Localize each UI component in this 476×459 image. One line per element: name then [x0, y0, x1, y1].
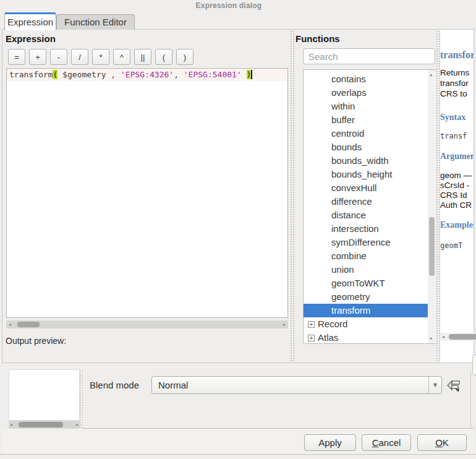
code-token: 'EPSG:54001'	[184, 70, 242, 79]
function-item-bounds[interactable]: bounds	[304, 140, 435, 154]
help-syntax-heading: Syntax	[440, 113, 465, 122]
blend-mode-value: Normal	[158, 380, 188, 390]
editor-hscrollbar-thumb[interactable]	[17, 322, 40, 327]
splitter-expression-functions[interactable]	[290, 30, 295, 362]
function-item-bounds_width[interactable]: bounds_width	[304, 154, 435, 168]
operator-button[interactable]: =	[8, 49, 25, 65]
help-syntax-code: transf	[440, 132, 467, 140]
scroll-left-icon[interactable]: ◂	[9, 320, 11, 328]
help-examples-heading: Examples	[440, 220, 474, 230]
code-token: 'EPSG:4326'	[121, 70, 174, 79]
ok-button[interactable]: OK	[417, 434, 467, 451]
functions-panel-heading: Functions	[295, 33, 340, 44]
expression-editor[interactable]: transform( $geometry , 'EPSG:4326', 'EPS…	[6, 68, 288, 318]
output-preview-label: Output preview:	[6, 336, 66, 346]
search-input[interactable]	[303, 48, 435, 64]
function-item-convexHull[interactable]: convexHull	[304, 181, 435, 195]
function-item-overlaps[interactable]: overlaps	[304, 86, 435, 100]
scroll-right-icon[interactable]: ▸	[283, 320, 286, 328]
dialog-bottom-edge	[0, 454, 476, 455]
help-arguments-heading: Arguments	[440, 152, 474, 161]
code-token: )	[247, 70, 252, 79]
operator-button[interactable]: /	[71, 49, 88, 65]
splitter-functions-help[interactable]	[436, 30, 440, 362]
scroll-down-icon[interactable]: ▾	[430, 335, 432, 343]
preview-hscrollbar-thumb[interactable]	[19, 422, 63, 427]
bottom-divider	[82, 428, 474, 429]
help-hscrollbar-thumb[interactable]	[449, 334, 476, 340]
operator-button[interactable]: (	[155, 49, 172, 65]
help-example-code: geomT	[440, 241, 462, 250]
operator-button[interactable]: ||	[134, 49, 151, 65]
code-token: $geometry ,	[57, 70, 121, 79]
scroll-right-icon[interactable]: ▸	[76, 421, 79, 429]
right-divider	[470, 371, 471, 428]
function-list-scrollbar-thumb[interactable]	[429, 217, 435, 276]
help-description-line: CRS to	[440, 89, 467, 98]
help-argument-line: geom —	[440, 171, 472, 180]
help-description-line: Returns	[440, 68, 469, 77]
help-argument-line: Auth CR	[440, 200, 472, 210]
function-item-transform[interactable]: transform	[304, 304, 435, 317]
function-group-atlas[interactable]: +Atlas	[304, 331, 435, 344]
operator-button-row: =+-/*^||()	[8, 49, 193, 65]
function-item-geomToWKT[interactable]: geomToWKT	[304, 277, 435, 290]
expression-code-line: transform( $geometry , 'EPSG:4326', 'EPS…	[7, 69, 287, 81]
cancel-button[interactable]: Cancel	[362, 434, 411, 451]
expand-plus-icon[interactable]: +	[308, 335, 315, 341]
scroll-left-icon[interactable]: ◂	[10, 421, 12, 429]
function-help-panel: transform ReturnstransforCRS to Syntax t…	[440, 30, 474, 362]
expand-plus-icon[interactable]: +	[308, 321, 315, 328]
help-hscrollbar[interactable]: ◂	[440, 333, 476, 341]
splitter-preview[interactable]	[79, 369, 83, 429]
blend-mode-label: Blend mode	[90, 380, 139, 390]
function-item-combine[interactable]: combine	[304, 249, 435, 263]
code-token: transform	[9, 70, 53, 79]
editor-hscrollbar[interactable]: ◂ ▸	[6, 320, 288, 328]
function-item-within[interactable]: within	[304, 100, 435, 113]
operator-button[interactable]: +	[29, 49, 46, 65]
symbol-preview-box	[9, 369, 80, 421]
blend-mode-select[interactable]: Normal ▼	[151, 376, 442, 394]
operator-button[interactable]: ^	[113, 49, 130, 65]
function-item-symDifference[interactable]: symDifference	[304, 236, 435, 249]
text-cursor	[251, 70, 252, 79]
expression-panel-heading: Expression	[6, 33, 56, 44]
chevron-down-icon[interactable]: ▼	[428, 377, 441, 393]
apply-button[interactable]: Apply	[304, 434, 356, 451]
function-group-record[interactable]: +Record	[304, 317, 435, 331]
function-item-distance[interactable]: distance	[304, 208, 435, 222]
function-item-bounds_height[interactable]: bounds_height	[304, 168, 435, 181]
operator-button[interactable]: -	[50, 49, 67, 65]
function-item-contains[interactable]: contains	[304, 72, 435, 86]
code-token: ,	[174, 70, 184, 79]
tab-expression[interactable]: Expression	[4, 12, 56, 30]
function-list: containsoverlapswithinbuffercentroidboun…	[303, 69, 436, 344]
operator-button[interactable]: )	[176, 49, 193, 65]
code-token	[242, 70, 247, 79]
panel-corner-fragment	[472, 354, 476, 375]
function-group-label: Record	[318, 317, 347, 331]
help-argument-line: sCrsId -	[440, 181, 469, 190]
function-item-intersection[interactable]: intersection	[304, 222, 435, 236]
scroll-left-icon[interactable]: ◂	[442, 333, 444, 341]
function-item-union[interactable]: union	[304, 263, 435, 277]
function-item-buffer[interactable]: buffer	[304, 113, 435, 127]
function-item-centroid[interactable]: centroid	[304, 127, 435, 140]
help-title: transform	[440, 49, 474, 61]
data-defined-override-icon[interactable]	[446, 378, 461, 393]
scroll-up-icon[interactable]: ▴	[430, 71, 432, 79]
function-item-difference[interactable]: difference	[304, 195, 435, 208]
window-title: Expression dialog	[0, 1, 457, 10]
function-item-geometry[interactable]: geometry	[304, 290, 435, 304]
tab-function-editor[interactable]: Function Editor	[56, 14, 135, 30]
operator-button[interactable]: *	[92, 49, 109, 65]
help-description-line: transfor	[440, 79, 469, 88]
function-list-vscrollbar[interactable]: ▴ ▾	[428, 70, 436, 343]
function-group-label: Atlas	[318, 331, 338, 344]
help-argument-line: CRS Id	[440, 191, 467, 200]
preview-hscrollbar[interactable]: ◂ ▸	[9, 421, 80, 429]
expression-dialog: Expression dialog Expression Function Ed…	[0, 0, 476, 459]
